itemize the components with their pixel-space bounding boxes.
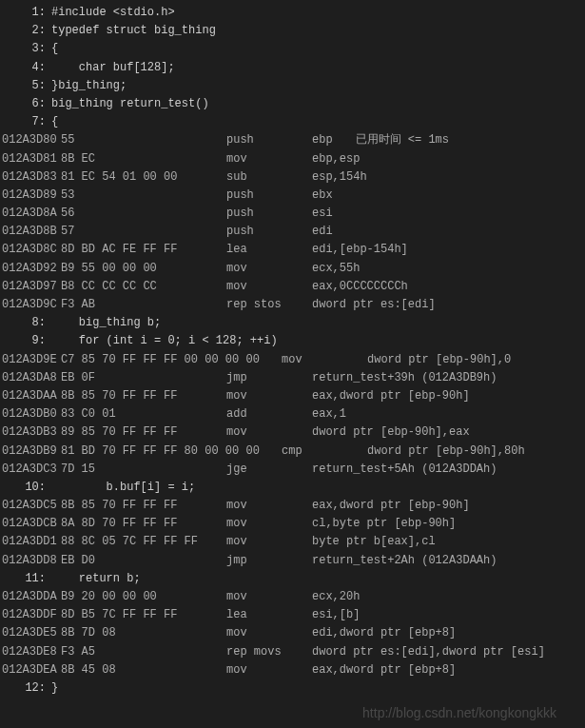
opcode-bytes: 8B 85 70 FF FF FF — [61, 497, 226, 515]
mnemonic: push — [226, 187, 312, 205]
opcode-bytes: B9 20 00 00 00 — [61, 588, 226, 606]
mnemonic: mov — [226, 661, 312, 679]
operands: eax,1 — [312, 405, 346, 423]
operands: edi — [312, 223, 333, 241]
opcode-bytes: 7D 15 — [61, 461, 226, 479]
address: 012A3D89 — [2, 187, 61, 205]
mnemonic: push — [226, 223, 312, 241]
line-number: 8: — [2, 314, 51, 332]
source-line: 9: for (int i = 0; i < 128; ++i) — [0, 332, 585, 350]
asm-line: 012A3D8B 57 push edi — [0, 223, 585, 241]
operands: ecx,20h — [312, 588, 360, 606]
asm-line: 012A3DC3 7D 15 jge return_test+5Ah (012A… — [0, 461, 585, 479]
source-code: { — [51, 40, 58, 58]
opcode-bytes: 89 85 70 FF FF FF — [61, 423, 226, 442]
asm-line: 012A3D9E C7 85 70 FF FF FF 00 00 00 00 m… — [0, 351, 585, 369]
asm-line: 012A3DC5 8B 85 70 FF FF FF mov eax,dword… — [0, 497, 585, 515]
opcode-bytes: F3 A5 — [61, 643, 226, 661]
operands: ecx,55h — [312, 260, 360, 278]
asm-line: 012A3D8C 8D BD AC FE FF FF lea edi,[ebp-… — [0, 241, 585, 259]
source-line: 4: char buf[128]; — [0, 59, 585, 77]
line-number: 4: — [2, 59, 51, 77]
mnemonic: mov — [226, 150, 312, 168]
asm-line: 012A3DD1 88 8C 05 7C FF FF FF mov byte p… — [0, 533, 585, 551]
asm-line: 012A3DAA 8B 85 70 FF FF FF mov eax,dword… — [0, 387, 585, 405]
address: 012A3DD8 — [2, 552, 61, 570]
watermark: http://blog.csdn.net/kongkongkkk — [362, 702, 556, 723]
operands: byte ptr b[eax],cl — [312, 533, 436, 551]
address: 012A3DB3 — [2, 423, 61, 442]
operands: edi,[ebp-154h] — [312, 241, 408, 259]
operands: ebp,esp — [312, 150, 360, 168]
address: 012A3D9C — [2, 296, 61, 314]
mnemonic: mov — [226, 515, 312, 533]
operands: esi — [312, 205, 333, 223]
asm-line: 012A3DA8 EB 0F jmp return_test+39h (012A… — [0, 369, 585, 387]
address: 012A3D97 — [2, 278, 61, 296]
asm-line: 012A3DE5 8B 7D 08 mov edi,dword ptr [ebp… — [0, 624, 585, 642]
source-line: 6: big_thing return_test() — [0, 95, 585, 113]
address: 012A3DD1 — [2, 533, 61, 551]
opcode-bytes: 81 BD 70 FF FF FF 80 00 00 00 — [61, 443, 282, 461]
address: 012A3D8A — [2, 205, 61, 223]
asm-line: 012A3D89 53 push ebx — [0, 187, 585, 205]
asm-line: 012A3D8A 56 push esi — [0, 205, 585, 223]
mnemonic: rep stos — [226, 296, 312, 314]
mnemonic: push — [226, 131, 312, 149]
mnemonic: lea — [226, 241, 312, 259]
opcode-bytes: F3 AB — [61, 296, 226, 314]
opcode-bytes: 57 — [61, 223, 226, 241]
operands: return_test+5Ah (012A3DDAh) — [312, 461, 497, 479]
operands: dword ptr [ebp-90h],0 — [367, 351, 511, 369]
source-code: for (int i = 0; i < 128; ++i) — [51, 332, 278, 350]
address: 012A3DC5 — [2, 497, 61, 515]
opcode-bytes: 56 — [61, 205, 226, 223]
source-line: 11: return b; — [0, 570, 585, 588]
opcode-bytes: 8B 85 70 FF FF FF — [61, 387, 226, 405]
operands: esp,154h — [312, 168, 367, 187]
address: 012A3DC3 — [2, 461, 61, 479]
address: 012A3D9E — [2, 351, 61, 369]
operands: eax,dword ptr [ebp-90h] — [312, 387, 470, 405]
opcode-bytes: EB 0F — [61, 369, 226, 387]
mnemonic: jmp — [226, 552, 312, 570]
source-code: }big_thing; — [51, 77, 127, 95]
operands: dword ptr [ebp-90h],80h — [367, 443, 525, 461]
opcode-bytes: 55 — [61, 131, 226, 149]
source-line: 12: } — [0, 679, 585, 698]
asm-line: 012A3DE8 F3 A5 rep movs dword ptr es:[ed… — [0, 643, 585, 661]
asm-line: 012A3D80 55 push ebp 已用时间 <= 1ms — [0, 131, 585, 149]
source-line: 1: #include <stdio.h> — [0, 4, 585, 22]
address: 012A3DE5 — [2, 624, 61, 642]
mnemonic: jmp — [226, 369, 312, 387]
mnemonic: mov — [226, 497, 312, 515]
operands: dword ptr [ebp-90h],eax — [312, 423, 470, 442]
mnemonic: mov — [226, 624, 312, 642]
mnemonic: add — [226, 405, 312, 423]
address: 012A3DCB — [2, 515, 61, 533]
address: 012A3DE8 — [2, 643, 61, 661]
opcode-bytes: B9 55 00 00 00 — [61, 260, 226, 278]
operands: eax,dword ptr [ebp-90h] — [312, 497, 470, 515]
source-code: return b; — [51, 570, 141, 588]
source-line: 2: typedef struct big_thing — [0, 22, 585, 40]
mnemonic: mov — [282, 351, 367, 369]
opcode-bytes: EB D0 — [61, 552, 226, 570]
mnemonic: push — [226, 205, 312, 223]
mnemonic: mov — [226, 260, 312, 278]
operands: return_test+39h (012A3DB9h) — [312, 369, 497, 387]
source-code: big_thing b; — [51, 314, 161, 332]
opcode-bytes: 83 C0 01 — [61, 405, 226, 423]
source-line: 3: { — [0, 40, 585, 58]
line-number: 9: — [2, 332, 51, 350]
operands: ebp — [312, 131, 333, 149]
source-line: 5: }big_thing; — [0, 77, 585, 95]
asm-line: 012A3D83 81 EC 54 01 00 00 sub esp,154h — [0, 168, 585, 187]
line-number: 11: — [2, 570, 51, 588]
operands: ebx — [312, 187, 333, 205]
address: 012A3D8B — [2, 223, 61, 241]
opcode-bytes: 81 EC 54 01 00 00 — [61, 168, 226, 187]
asm-line: 012A3D97 B8 CC CC CC CC mov eax,0CCCCCCC… — [0, 278, 585, 296]
opcode-bytes: 8A 8D 70 FF FF FF — [61, 515, 226, 533]
asm-line: 012A3DD8 EB D0 jmp return_test+2Ah (012A… — [0, 552, 585, 570]
